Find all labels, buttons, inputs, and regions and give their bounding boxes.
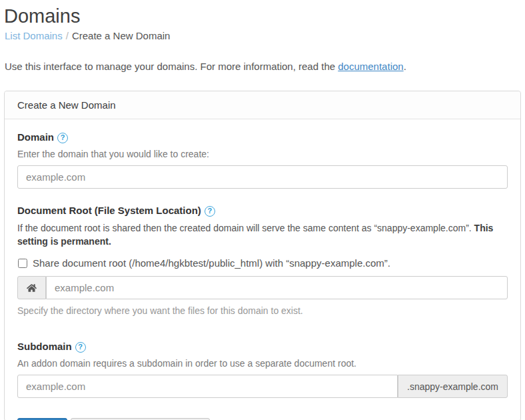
share-docroot-label: Share document root (/home4/hgkbtest/pub… bbox=[33, 257, 390, 269]
subdomain-suffix: .snappy-example.com bbox=[398, 375, 508, 398]
intro-text-after: . bbox=[404, 61, 406, 72]
intro-text: Use this interface to manage your domain… bbox=[5, 60, 521, 73]
domain-input[interactable] bbox=[17, 165, 508, 189]
documentation-link[interactable]: documentation bbox=[338, 61, 403, 72]
docroot-form-group: Document Root (File System Location)? If… bbox=[17, 205, 508, 317]
breadcrumb-link-list-domains[interactable]: List Domains bbox=[5, 30, 63, 41]
docroot-input[interactable] bbox=[46, 276, 508, 299]
docroot-input-group bbox=[17, 276, 508, 299]
domain-label: Domain? bbox=[17, 131, 508, 143]
help-icon[interactable]: ? bbox=[75, 342, 86, 353]
docroot-label: Document Root (File System Location)? bbox=[17, 205, 508, 217]
share-docroot-checkbox[interactable] bbox=[18, 259, 27, 268]
docroot-label-text: Document Root (File System Location) bbox=[17, 205, 201, 216]
subdomain-help-text: An addon domain requires a subdomain in … bbox=[17, 357, 508, 369]
domain-form-group: Domain? Enter the domain that you would … bbox=[17, 131, 508, 189]
home-icon bbox=[17, 276, 46, 299]
help-icon[interactable]: ? bbox=[57, 133, 68, 143]
domains-page: Domains List Domains/Create a New Domain… bbox=[0, 0, 525, 420]
subdomain-label-text: Subdomain bbox=[17, 341, 72, 352]
docroot-hint: Specify the directory where you want the… bbox=[17, 305, 508, 317]
help-icon[interactable]: ? bbox=[205, 206, 215, 217]
subdomain-form-group: Subdomain? An addon domain requires a su… bbox=[17, 341, 508, 398]
subdomain-input[interactable] bbox=[17, 375, 398, 398]
breadcrumb-current: Create a New Domain bbox=[72, 30, 171, 41]
subdomain-label: Subdomain? bbox=[17, 341, 508, 353]
docroot-description-normal: If the document root is shared then the … bbox=[17, 223, 474, 233]
docroot-description: If the document root is shared then the … bbox=[17, 221, 508, 248]
domain-help-text: Enter the domain that you would like to … bbox=[17, 148, 508, 160]
panel-body: Domain? Enter the domain that you would … bbox=[5, 119, 520, 420]
page-title: Domains bbox=[3, 4, 522, 28]
share-docroot-row: Share document root (/home4/hgkbtest/pub… bbox=[17, 257, 508, 269]
breadcrumb: List Domains/Create a New Domain bbox=[3, 29, 522, 43]
subdomain-input-group: .snappy-example.com bbox=[17, 375, 508, 398]
domain-label-text: Domain bbox=[17, 131, 54, 143]
breadcrumb-separator: / bbox=[66, 30, 69, 41]
intro-text-before: Use this interface to manage your domain… bbox=[5, 61, 338, 72]
panel-header: Create a New Domain bbox=[5, 91, 520, 119]
create-domain-panel: Create a New Domain Domain? Enter the do… bbox=[4, 91, 521, 420]
